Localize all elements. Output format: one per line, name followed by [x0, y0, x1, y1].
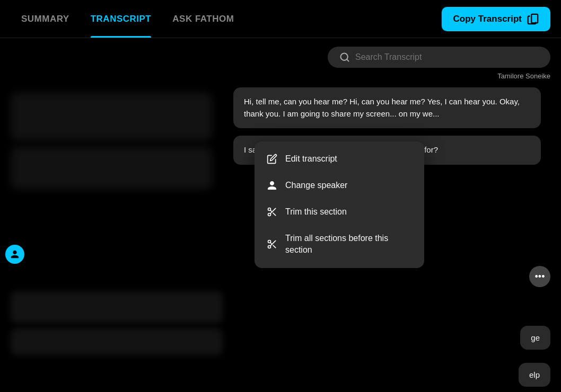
- svg-line-11: [273, 245, 276, 248]
- trim-all-label: Trim all sections before this section: [285, 233, 413, 256]
- avatar-icon: [10, 250, 20, 259]
- menu-item-trim[interactable]: Trim this section: [255, 199, 424, 225]
- bottom-blur-1: [11, 291, 223, 323]
- menu-item-edit[interactable]: Edit transcript: [255, 146, 424, 172]
- top-nav: SUMMARY TRANSCRIPT ASK FATHOM Copy Trans…: [0, 0, 561, 38]
- svg-rect-0: [531, 14, 538, 23]
- pencil-icon: [266, 153, 278, 165]
- message-bubble-1: Hi, tell me, can you hear me? Hi, can yo…: [233, 87, 541, 128]
- blurred-left-column: [11, 87, 212, 195]
- bottom-blurred-left: [11, 291, 223, 360]
- bottom-blur-2: [11, 328, 223, 355]
- scissors-icon-2: [266, 238, 278, 250]
- svg-line-7: [270, 210, 272, 212]
- search-row: [0, 38, 561, 72]
- search-bar-container: [328, 47, 550, 68]
- partial-bubble-2: elp: [519, 363, 550, 387]
- search-icon: [339, 52, 350, 63]
- tab-summary[interactable]: SUMMARY: [11, 0, 80, 38]
- copy-transcript-button[interactable]: Copy Transcript: [442, 7, 550, 31]
- svg-line-12: [270, 243, 272, 244]
- partial-bubble-1: ge: [520, 326, 550, 350]
- more-options-button[interactable]: •••: [529, 266, 550, 287]
- scissors-icon-1: [266, 206, 278, 218]
- menu-item-change-speaker[interactable]: Change speaker: [255, 172, 424, 199]
- speaker-name: Tamilore Soneike: [0, 72, 561, 82]
- tab-ask-fathom[interactable]: ASK FATHOM: [162, 0, 244, 38]
- avatar: [5, 245, 24, 264]
- svg-line-6: [273, 213, 276, 216]
- main-content: Tamilore Soneike Hi, tell me, can you he…: [0, 38, 561, 392]
- svg-line-2: [347, 59, 349, 61]
- context-menu: Edit transcript Change speaker: [255, 141, 424, 268]
- tab-transcript[interactable]: TRANSCRIPT: [80, 0, 162, 38]
- blurred-block-1: [11, 93, 212, 140]
- menu-item-trim-all[interactable]: Trim all sections before this section: [255, 225, 424, 264]
- search-input[interactable]: [355, 52, 539, 62]
- blurred-block-2: [11, 147, 212, 189]
- partial-message-1: ge: [520, 326, 550, 350]
- clipboard-icon: [527, 13, 539, 25]
- partial-message-2: elp: [519, 363, 550, 387]
- person-icon: [266, 180, 278, 191]
